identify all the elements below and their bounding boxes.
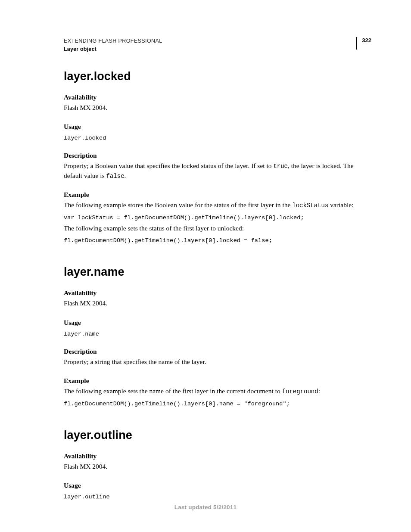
example-label: Example (64, 377, 371, 385)
usage-label: Usage (64, 319, 371, 327)
section-layer-locked: layer.locked Availability Flash MX 2004.… (64, 70, 371, 244)
api-heading: layer.name (64, 265, 371, 279)
section-layer-outline: layer.outline Availability Flash MX 2004… (64, 429, 371, 500)
running-header: EXTENDING FLASH PROFESSIONAL Layer objec… (64, 37, 371, 54)
usage-label: Usage (64, 123, 371, 131)
example-intro-2: The following example sets the status of… (64, 224, 371, 233)
description-label: Description (64, 152, 371, 159)
section-layer-name: layer.name Availability Flash MX 2004. U… (64, 265, 371, 407)
description-label: Description (64, 348, 371, 355)
usage-code: layer.locked (64, 135, 371, 141)
header-left: EXTENDING FLASH PROFESSIONAL Layer objec… (64, 37, 356, 54)
example-intro: The following example sets the name of t… (64, 386, 371, 396)
availability-text: Flash MX 2004. (64, 103, 371, 112)
inline-code: lockStatus (292, 202, 328, 209)
desc-text-pre: Property; a Boolean value that specifies… (64, 162, 273, 169)
example-label: Example (64, 191, 371, 199)
inline-code: true (273, 163, 288, 170)
description-text: Property; a string that specifies the na… (64, 357, 371, 367)
api-heading: layer.outline (64, 429, 371, 442)
availability-label: Availability (64, 452, 371, 460)
example-code-2: fl.getDocumentDOM().getTimeline().layers… (64, 237, 371, 244)
example-code: var lockStatus = fl.getDocumentDOM().get… (64, 215, 371, 221)
example-text-pre: The following example stores the Boolean… (64, 201, 292, 208)
example-text-post: variable: (328, 201, 353, 208)
desc-text-post: . (125, 172, 126, 179)
description-text: Property; a Boolean value that specifies… (64, 161, 371, 180)
page-number: 322 (356, 37, 371, 50)
availability-text: Flash MX 2004. (64, 462, 371, 471)
inline-code: foreground (282, 388, 318, 395)
doc-title: EXTENDING FLASH PROFESSIONAL (64, 38, 162, 44)
inline-code: false (106, 173, 125, 180)
usage-code: layer.outline (64, 494, 371, 500)
usage-code: layer.name (64, 331, 371, 337)
example-code: fl.getDocumentDOM().getTimeline().layers… (64, 401, 371, 407)
example-text-post: : (318, 387, 320, 395)
usage-label: Usage (64, 482, 371, 489)
page-content: layer.locked Availability Flash MX 2004.… (64, 37, 371, 500)
availability-label: Availability (64, 289, 371, 297)
example-text-pre: The following example sets the name of t… (64, 387, 282, 395)
example-intro: The following example stores the Boolean… (64, 200, 371, 210)
api-heading: layer.locked (64, 70, 371, 83)
availability-text: Flash MX 2004. (64, 299, 371, 308)
doc-section: Layer object (64, 46, 97, 52)
page-footer: Last updated 5/2/2011 (0, 504, 411, 510)
availability-label: Availability (64, 93, 371, 101)
